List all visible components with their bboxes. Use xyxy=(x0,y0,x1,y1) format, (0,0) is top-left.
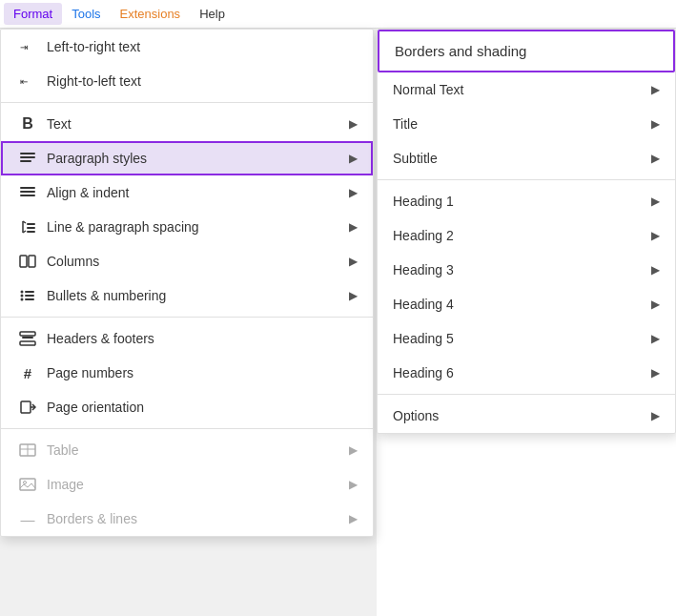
menu-item-table[interactable]: Table ▶ xyxy=(1,433,373,467)
para-item-normal-text[interactable]: Normal Text ▶ xyxy=(378,72,675,107)
line-spacing-label: Line & paragraph spacing xyxy=(47,219,349,235)
options-label: Options xyxy=(393,408,651,423)
svg-rect-6 xyxy=(20,191,35,193)
menu-extensions[interactable]: Extensions xyxy=(111,3,191,25)
heading-5-arrow: ▶ xyxy=(651,332,660,345)
svg-rect-17 xyxy=(25,291,34,293)
paragraph-styles-label: Paragraph styles xyxy=(47,151,349,166)
bullets-label: Bullets & numbering xyxy=(47,288,349,303)
bullets-icon xyxy=(16,287,39,304)
para-item-options[interactable]: Options ▶ xyxy=(378,399,675,433)
menu-item-text[interactable]: B Text ▶ xyxy=(1,107,373,141)
svg-rect-25 xyxy=(21,401,31,413)
heading-1-label: Heading 1 xyxy=(393,194,651,209)
align-icon xyxy=(16,184,39,201)
heading-3-label: Heading 3 xyxy=(393,262,651,277)
left-to-right-label: Left-to-right text xyxy=(47,39,358,54)
heading-2-arrow: ▶ xyxy=(651,229,660,242)
columns-icon xyxy=(16,253,39,270)
svg-rect-12 xyxy=(27,227,35,229)
borders-lines-label: Borders & lines xyxy=(47,511,349,526)
hash-icon: # xyxy=(16,365,39,381)
image-label: Image xyxy=(47,477,349,492)
line-spacing-icon xyxy=(16,218,39,236)
heading-4-arrow: ▶ xyxy=(651,298,660,311)
normal-text-arrow: ▶ xyxy=(651,83,660,96)
text-label: Text xyxy=(47,116,349,132)
text-arrow: ▶ xyxy=(349,117,358,131)
heading-6-arrow: ▶ xyxy=(651,366,660,380)
menu-item-line-spacing[interactable]: Line & paragraph spacing ▶ xyxy=(1,210,373,244)
subtitle-label: Subtitle xyxy=(393,151,651,166)
align-indent-arrow: ▶ xyxy=(349,186,358,199)
divider-3 xyxy=(1,428,373,429)
para-item-heading-2[interactable]: Heading 2 ▶ xyxy=(378,218,675,253)
menu-item-columns[interactable]: Columns ▶ xyxy=(1,244,373,278)
svg-rect-11 xyxy=(27,223,35,225)
menu-item-page-numbers[interactable]: # Page numbers xyxy=(1,356,373,390)
line-spacing-arrow: ▶ xyxy=(349,220,358,234)
para-submenu-header: Borders and shading xyxy=(378,30,675,72)
table-label: Table xyxy=(47,442,349,458)
heading-3-arrow: ▶ xyxy=(651,263,660,277)
divider-2 xyxy=(1,317,373,318)
svg-rect-30 xyxy=(20,479,35,490)
para-item-heading-6[interactable]: Heading 6 ▶ xyxy=(378,356,675,390)
heading-2-label: Heading 2 xyxy=(393,228,651,243)
paragraph-styles-submenu: Borders and shading Normal Text ▶ Title … xyxy=(377,29,676,434)
menu-item-page-orientation[interactable]: Page orientation xyxy=(1,390,373,424)
para-item-heading-4[interactable]: Heading 4 ▶ xyxy=(378,287,675,321)
normal-text-label: Normal Text xyxy=(393,82,651,97)
svg-rect-24 xyxy=(22,337,33,339)
menu-format[interactable]: Format xyxy=(4,3,62,25)
para-item-subtitle[interactable]: Subtitle ▶ xyxy=(378,141,675,175)
orientation-icon xyxy=(16,399,39,416)
svg-rect-4 xyxy=(20,160,31,162)
paragraph-styles-arrow: ▶ xyxy=(349,152,358,165)
menu-item-borders-lines[interactable]: — Borders & lines ▶ xyxy=(1,502,373,536)
para-item-heading-5[interactable]: Heading 5 ▶ xyxy=(378,321,675,356)
svg-rect-7 xyxy=(20,195,35,196)
format-dropdown-menu: ⇥ Left-to-right text ⇤ Right-to-left tex… xyxy=(0,29,374,537)
svg-rect-15 xyxy=(29,256,35,267)
para-item-title[interactable]: Title ▶ xyxy=(378,107,675,141)
para-item-heading-3[interactable]: Heading 3 ▶ xyxy=(378,253,675,287)
svg-rect-14 xyxy=(20,256,27,267)
svg-point-31 xyxy=(24,482,27,484)
menu-item-image[interactable]: Image ▶ xyxy=(1,467,373,502)
menu-tools[interactable]: Tools xyxy=(62,3,110,25)
text-bold-icon: B xyxy=(16,115,39,133)
heading-1-arrow: ▶ xyxy=(651,195,660,208)
menu-item-bullets[interactable]: Bullets & numbering ▶ xyxy=(1,278,373,313)
para-divider-options xyxy=(378,394,675,395)
svg-rect-3 xyxy=(20,156,35,158)
page-orientation-label: Page orientation xyxy=(47,400,358,415)
title-arrow: ▶ xyxy=(651,117,660,131)
menu-item-paragraph-styles[interactable]: Paragraph styles ▶ xyxy=(1,141,373,175)
menu-item-headers-footers[interactable]: Headers & footers xyxy=(1,321,373,356)
heading-5-label: Heading 5 xyxy=(393,331,651,346)
menu-help[interactable]: Help xyxy=(190,3,235,25)
ltr-icon: ⇥ xyxy=(16,38,39,55)
heading-4-label: Heading 4 xyxy=(393,297,651,312)
svg-rect-21 xyxy=(25,298,34,300)
para-divider-headings xyxy=(378,179,675,180)
borders-icon: — xyxy=(16,511,39,527)
menu-item-align-indent[interactable]: Align & indent ▶ xyxy=(1,175,373,210)
para-item-heading-1[interactable]: Heading 1 ▶ xyxy=(378,184,675,218)
align-indent-label: Align & indent xyxy=(47,185,349,200)
menu-item-left-to-right[interactable]: ⇥ Left-to-right text xyxy=(1,30,373,64)
svg-point-18 xyxy=(21,295,24,298)
headers-footers-label: Headers & footers xyxy=(47,331,358,346)
svg-point-16 xyxy=(21,291,24,294)
borders-lines-arrow: ▶ xyxy=(349,512,358,525)
title-label: Title xyxy=(393,116,651,132)
image-icon xyxy=(16,476,39,493)
image-arrow: ▶ xyxy=(349,478,358,491)
bullets-arrow: ▶ xyxy=(349,289,358,302)
heading-6-label: Heading 6 xyxy=(393,365,651,380)
menu-item-right-to-left[interactable]: ⇤ Right-to-left text xyxy=(1,64,373,98)
svg-text:⇥: ⇥ xyxy=(20,42,28,52)
table-arrow: ▶ xyxy=(349,443,358,457)
rtl-icon: ⇤ xyxy=(16,72,39,90)
